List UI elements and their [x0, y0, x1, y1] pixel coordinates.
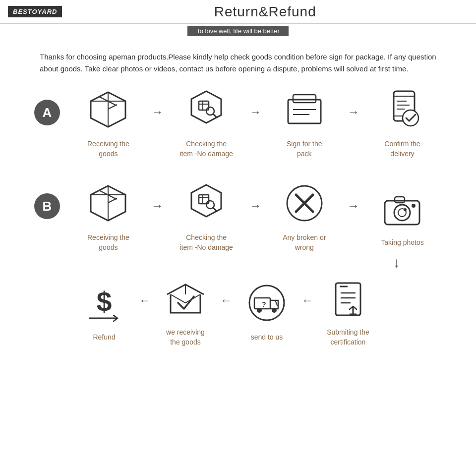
section-a: A Receiving thegoods →: [30, 85, 446, 159]
step-confirm-delivery: Confirm thedelivery: [362, 85, 442, 159]
section-a-label: A: [30, 85, 64, 125]
section-b-label: B: [30, 178, 64, 219]
flow-row-b-top: Receiving thegoods → Checking theitem -N…: [64, 178, 446, 252]
svg-point-41: [404, 208, 407, 211]
svg-text:$: $: [97, 286, 112, 317]
taking-photos-label: Taking photos: [381, 238, 423, 248]
svg-rect-39: [395, 197, 405, 203]
step-submitting-cert: Submiting thecertification: [308, 273, 388, 347]
confirm-delivery-label: Confirm thedelivery: [384, 139, 420, 159]
send-to-us-label: send to us: [251, 333, 283, 343]
receiving-goods-label-b: Receiving thegoods: [87, 233, 129, 252]
logo: BESTOYARD: [8, 6, 62, 17]
flow-row-b-bottom: $ Refund ← we receivingthe goods ←: [64, 273, 446, 347]
checking-item-icon-b: [181, 178, 231, 228]
svg-point-47: [257, 308, 262, 313]
label-b: B: [34, 193, 60, 219]
checking-item-icon-a: [181, 85, 231, 134]
svg-line-26: [108, 198, 117, 203]
step-we-receiving: we receivingthe goods: [146, 273, 225, 347]
svg-rect-12: [293, 95, 316, 103]
sign-pack-label: Sign for thepack: [287, 139, 322, 159]
confirm-delivery-icon: [377, 85, 427, 134]
arrow-down-wrap: ↓: [0, 255, 436, 271]
intro-text: Thanks for choosing apeman products.Plea…: [40, 51, 436, 75]
svg-point-37: [394, 205, 410, 221]
receiving-goods-icon-b: [83, 178, 133, 228]
svg-point-40: [412, 204, 416, 208]
step-refund: $ Refund: [64, 278, 144, 343]
svg-line-4: [108, 105, 117, 109]
submitting-cert-label: Submiting thecertification: [327, 328, 369, 347]
checking-item-label-b: Checking theitem -No damage: [179, 233, 233, 252]
section-b: B Receiving thegoods →: [30, 178, 446, 252]
svg-line-10: [213, 114, 217, 117]
arrow-2a: →: [249, 105, 261, 139]
arrow-down: ↓: [357, 255, 436, 271]
svg-line-32: [213, 208, 217, 211]
svg-text:?: ?: [262, 300, 266, 308]
page-title: Return&Refund: [62, 4, 468, 20]
svg-rect-50: [336, 283, 360, 315]
checking-item-label-a: Checking theitem -No damage: [179, 139, 233, 159]
sign-pack-icon: [280, 85, 329, 134]
svg-point-21: [403, 110, 418, 126]
flow-row-a: Receiving thegoods → Checking theitem -N…: [64, 85, 446, 159]
step-taking-photos: Taking photos: [362, 183, 442, 248]
receiving-goods-icon-a: [83, 85, 133, 134]
step-sign-pack: Sign for thepack: [265, 85, 344, 159]
broken-wrong-label: Any broken orwrong: [283, 233, 326, 252]
step-checking-item-a: Checking theitem -No damage: [167, 85, 246, 159]
we-receiving-label: we receivingthe goods: [166, 328, 205, 347]
subtitle-text: To love well, life will be better: [187, 26, 289, 36]
arrow-1a: →: [151, 105, 163, 139]
arrow-2b: →: [249, 199, 261, 232]
arrow-3a: →: [348, 105, 359, 139]
receiving-goods-label-a: Receiving thegoods: [87, 139, 129, 159]
header: BESTOYARD Return&Refund: [0, 0, 476, 24]
broken-wrong-icon: [280, 178, 329, 228]
submitting-cert-icon: [323, 273, 373, 323]
step-receiving-goods-b: Receiving thegoods: [68, 178, 148, 252]
step-broken-wrong: Any broken orwrong: [265, 178, 344, 252]
label-a: A: [34, 100, 60, 125]
step-checking-item-b: Checking theitem -No damage: [167, 178, 246, 252]
refund-label: Refund: [93, 333, 115, 343]
taking-photos-icon: [377, 183, 427, 233]
step-send-to-us: ? send to us: [227, 278, 306, 343]
refund-icon: $: [79, 278, 129, 328]
arrow-3b: →: [348, 199, 359, 232]
step-receiving-goods-a: Receiving thegoods: [68, 85, 148, 159]
svg-point-48: [272, 308, 277, 313]
arrow-1b: →: [151, 199, 163, 232]
we-receiving-icon: [161, 273, 210, 323]
send-to-us-icon: ?: [242, 278, 292, 328]
subtitle-bar: To love well, life will be better: [0, 26, 476, 36]
